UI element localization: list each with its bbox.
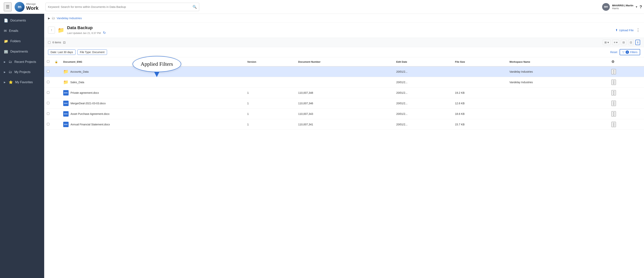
sidebar-item-my-projects[interactable]: ▶ 🗂 My Projects: [0, 67, 44, 77]
folder-icon: 📁: [63, 69, 68, 74]
row-more-button[interactable]: ⋮: [611, 90, 616, 96]
sidebar-item-documents[interactable]: 📄 Documents: [0, 15, 44, 26]
edit-date-cell: 20/01/2...: [394, 66, 452, 77]
filter-chip-filetype[interactable]: File Type: Document: [78, 49, 107, 55]
row-checkbox[interactable]: [47, 112, 50, 115]
version-cell: 1: [244, 88, 296, 98]
breadcrumb: ▶ 🗂 Vandelay Industries: [44, 14, 644, 23]
hamburger-button[interactable]: ☰: [4, 2, 12, 11]
document-name: Annual Financial Statement.docx: [70, 123, 110, 126]
user-dropdown-arrow[interactable]: ▾: [636, 5, 637, 9]
filter-icon: ▽: [622, 51, 624, 54]
thumb-view-button[interactable]: ⊟: [621, 40, 626, 45]
row-checkbox[interactable]: [47, 123, 50, 125]
emails-icon: ✉: [4, 29, 7, 33]
user-sub: Harris: [612, 7, 634, 10]
folder-info: Data Backup Last Updated Jan 21, 6:37 PM…: [67, 25, 106, 35]
sidebar-item-folders[interactable]: 📁 Folders: [0, 36, 44, 46]
version-cell: [244, 77, 296, 88]
col-workspace: Workspace Name: [507, 57, 609, 66]
search-bar: 🔍: [46, 3, 199, 11]
breadcrumb-arrow: ▶: [48, 17, 50, 20]
row-more-button[interactable]: ⋮: [611, 80, 616, 85]
sidebar-item-label: Documents: [10, 19, 26, 22]
row-checkbox[interactable]: [47, 102, 50, 104]
upload-button[interactable]: ⬆ Upload File: [615, 28, 634, 32]
col-file-size: File Size: [452, 57, 507, 66]
row-checkbox[interactable]: [47, 70, 50, 73]
workspace-cell: Vandelay Industries: [507, 66, 609, 77]
row-more-button[interactable]: ⋮: [611, 69, 616, 74]
toolbar-left: 6 items ⊡: [48, 41, 66, 44]
file-size-cell: [452, 66, 507, 77]
doc-number-cell: 110,007,348: [296, 88, 394, 98]
recent-projects-icon: 🗂: [9, 60, 12, 64]
search-input[interactable]: [48, 5, 192, 8]
document-name: Private agreement.docx: [70, 91, 99, 94]
table-row: 📁 Sales_Data 20/01/2... Vandelay Industr…: [44, 77, 644, 88]
row-more-button[interactable]: ⋮: [611, 111, 616, 117]
sidebar-item-recent-projects[interactable]: ▶ 🗂 Recent Projects: [0, 57, 44, 67]
folder-title: Data Backup: [67, 25, 106, 30]
header-checkbox[interactable]: [47, 60, 50, 63]
filter-chip-date[interactable]: Date: Last 30 days: [48, 49, 76, 55]
grid-view-button[interactable]: ⊞ ▾: [603, 40, 610, 45]
filters-button[interactable]: ▽ 2 Filters: [620, 49, 640, 55]
sidebar-item-departments[interactable]: 🏢 Departments: [0, 46, 44, 57]
sidebar: 📄 Documents ✉ Emails 📁 Folders 🏢 Departm…: [0, 14, 44, 278]
col-settings[interactable]: ⚙: [609, 57, 644, 66]
folders-icon: 📁: [4, 39, 8, 43]
list-icon: ≡: [614, 41, 615, 44]
reset-filters-link[interactable]: Reset: [610, 51, 617, 54]
gallery-icon: ⊡: [630, 41, 632, 44]
version-cell: 1: [244, 98, 296, 109]
sidebar-item-label: Departments: [10, 50, 28, 53]
workspace-cell: [507, 109, 609, 119]
edit-date-cell: 20/01/2...: [394, 77, 452, 88]
filter-actions: Reset ▽ 2 Filters: [610, 49, 640, 55]
logo-icon: m: [14, 2, 24, 12]
row-checkbox[interactable]: [47, 81, 50, 83]
edit-date-cell: 20/01/2...: [394, 98, 452, 109]
chevron-icon: ▶: [4, 81, 6, 84]
doc-number-cell: [296, 66, 394, 77]
gallery-view-button[interactable]: ⊡: [628, 40, 634, 45]
table-row: DOC Annual Financial Statement.docx 1 11…: [44, 119, 644, 130]
doc-icon: DOC: [63, 111, 68, 117]
select-all-checkbox[interactable]: [48, 41, 50, 44]
avatar: MH: [602, 3, 610, 11]
search-button[interactable]: 🔍: [192, 5, 197, 9]
version-cell: [244, 66, 296, 77]
row-checkbox[interactable]: [47, 91, 50, 94]
folder-icon: 📁: [63, 80, 68, 85]
sidebar-item-emails[interactable]: ✉ Emails: [0, 26, 44, 36]
user-name: MHARRIS | Martin: [612, 4, 634, 7]
doc-icon: DOC: [63, 122, 68, 127]
info-button[interactable]: ℹ: [635, 40, 640, 45]
help-icon: ?: [640, 4, 642, 9]
navigate-up-button[interactable]: ↑: [48, 27, 55, 33]
departments-icon: 🏢: [4, 49, 8, 54]
export-icon[interactable]: ⊡: [63, 41, 66, 44]
doc-icon: DOC: [63, 90, 68, 96]
refresh-button[interactable]: ↻: [103, 31, 106, 35]
upload-icon: ⬆: [615, 28, 618, 32]
folder-icon: 📁: [58, 27, 64, 33]
logo-area: m iManage Work: [14, 2, 38, 12]
row-more-button[interactable]: ⋮: [611, 122, 616, 127]
my-projects-icon: 🗂: [9, 70, 12, 74]
sidebar-item-my-favorites[interactable]: ▶ ⭐ My Favorites: [0, 77, 44, 87]
sidebar-item-label: Recent Projects: [14, 60, 36, 64]
version-cell: 1: [244, 109, 296, 119]
col-doc-number: Document Number: [296, 57, 394, 66]
list-view-button[interactable]: ≡ ▾: [612, 40, 619, 45]
more-options-button[interactable]: ⋮: [636, 28, 640, 33]
file-size-cell: 18.6 KB: [452, 109, 507, 119]
breadcrumb-link[interactable]: Vandelay Industries: [57, 16, 82, 20]
row-more-button[interactable]: ⋮: [611, 101, 616, 106]
col-version: Version: [244, 57, 296, 66]
dropdown-arrow-icon: ▾: [608, 41, 609, 44]
thumb-icon: ⊟: [622, 41, 625, 44]
help-button[interactable]: ?: [640, 4, 640, 9]
doc-number-cell: [296, 77, 394, 88]
